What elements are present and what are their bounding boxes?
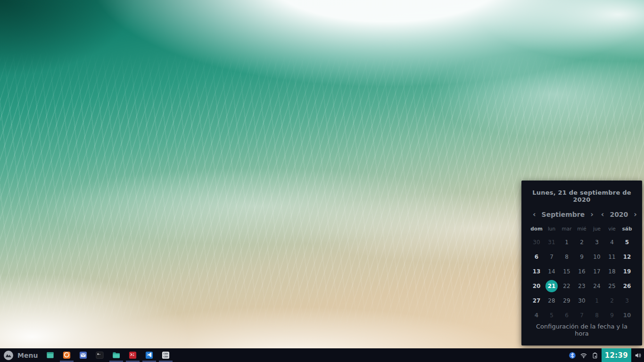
year-nav: ‹ 2020 › [597,210,641,219]
clock-applet[interactable]: 12:39 [602,348,631,362]
dow-mar: mar [559,226,574,231]
battery-icon [591,352,599,359]
month-label: Septiembre [540,211,587,218]
calendar-day-3[interactable]: 3 [621,295,633,307]
calendar-day-14[interactable]: 14 [545,265,558,278]
terminal-icon [95,351,104,360]
calendar-day-10[interactable]: 10 [621,309,633,321]
dow-vie: vie [604,226,619,231]
menu-label: Menu [17,352,38,359]
year-label: 2020 [608,211,630,218]
calendar-day-4[interactable]: 4 [530,309,543,321]
calendar-day-16[interactable]: 16 [576,265,588,278]
calendar-day-6[interactable]: 6 [561,309,573,321]
wifi-tray-item[interactable] [578,348,589,362]
calendar-day-5[interactable]: 5 [621,236,633,248]
calendar-day-15[interactable]: 15 [561,265,573,278]
calendar-day-29[interactable]: 29 [561,295,573,307]
launcher-terminal[interactable] [91,348,108,362]
menu-button[interactable]: Menu [0,348,42,362]
bluetooth-tray-item[interactable] [567,348,578,362]
calendar-day-24[interactable]: 24 [591,280,603,292]
mail-icon [79,351,88,360]
dow-dom: dom [529,226,544,231]
calendar-day-8[interactable]: 8 [591,309,603,321]
launcher-red-terminal[interactable] [124,348,141,362]
calendar-day-5[interactable]: 5 [545,309,558,321]
dow-sáb: sáb [619,226,635,231]
launcher-mail[interactable] [75,348,91,362]
launcher-vscode[interactable] [141,348,157,362]
calendar-day-23[interactable]: 23 [576,280,588,292]
calendar-day-10[interactable]: 10 [591,251,603,263]
calendar-dow-row: domlunmarmiéjueviesáb [529,226,635,231]
calendar-day-22[interactable]: 22 [561,280,573,292]
calendar-day-18[interactable]: 18 [606,265,618,278]
prev-year-button[interactable]: ‹ [597,210,608,219]
calendar-day-6[interactable]: 6 [530,251,543,263]
dow-lun: lun [544,226,559,231]
volume-icon [634,352,642,359]
prev-month-button[interactable]: ‹ [529,210,540,219]
bluetooth-icon [569,352,576,359]
calendar-day-20[interactable]: 20 [530,280,543,292]
wifi-icon [580,352,587,359]
launcher-files[interactable] [108,348,124,362]
calendar-day-11[interactable]: 11 [606,251,618,263]
next-month-button[interactable]: › [586,210,597,219]
folder-icon [112,351,121,360]
system-tray: 12:39 [567,348,644,362]
calendar-day-27[interactable]: 27 [530,295,543,307]
calendar-day-2[interactable]: 2 [606,295,618,307]
firefox-icon [62,351,71,360]
calendar-day-26[interactable]: 26 [621,280,633,292]
bottom-panel: Menu 12:39 [0,348,644,362]
calendar-day-17[interactable]: 17 [591,265,603,278]
calendar-day-30[interactable]: 30 [576,295,588,307]
next-year-button[interactable]: › [630,210,641,219]
calendar-day-8[interactable]: 8 [561,251,573,263]
launcher-firefox[interactable] [58,348,75,362]
calendar-day-4[interactable]: 4 [606,236,618,248]
launchers [42,348,174,362]
battery-tray-item[interactable] [589,348,601,362]
calendar-grid: 3031123456789101112131415161718192021222… [529,235,635,322]
red-terminal-icon [128,351,137,360]
desktop: Lunes, 21 de septiembre de 2020 ‹ Septie… [0,0,644,362]
calendar-day-30[interactable]: 30 [530,236,543,248]
calendar-day-21[interactable]: 21 [545,280,558,292]
calendar-day-31[interactable]: 31 [545,236,558,248]
calendar-date-title: Lunes, 21 de septiembre de 2020 [529,189,635,203]
vscode-icon [145,351,154,360]
show-desktop-icon [46,351,55,360]
dow-jue: jue [589,226,604,231]
calendar-day-7[interactable]: 7 [545,251,558,263]
calendar-day-13[interactable]: 13 [530,265,543,278]
calendar-day-12[interactable]: 12 [621,251,633,263]
window-stack-icon [161,351,170,360]
datetime-settings-link[interactable]: Configuración de la fecha y la hora [529,323,635,341]
month-nav: ‹ Septiembre › [529,210,597,219]
calendar-day-3[interactable]: 3 [591,236,603,248]
launcher-window-stack[interactable] [157,348,174,362]
mint-logo-icon [3,350,14,361]
volume-tray-item[interactable] [632,348,644,362]
dow-mié: mié [574,226,589,231]
calendar-day-25[interactable]: 25 [606,280,618,292]
calendar-nav: ‹ Septiembre › ‹ 2020 › [529,210,635,219]
launcher-show-desktop[interactable] [42,348,58,362]
calendar-day-9[interactable]: 9 [576,251,588,263]
calendar-day-2[interactable]: 2 [576,236,588,248]
calendar-day-28[interactable]: 28 [545,295,558,307]
calendar-day-7[interactable]: 7 [576,309,588,321]
calendar-popup: Lunes, 21 de septiembre de 2020 ‹ Septie… [521,181,642,346]
calendar-day-9[interactable]: 9 [606,309,618,321]
tray-right-slot [632,348,644,362]
tray-left-slot [567,348,601,362]
calendar-day-1[interactable]: 1 [591,295,603,307]
calendar-day-1[interactable]: 1 [561,236,573,248]
calendar-day-19[interactable]: 19 [621,265,633,278]
